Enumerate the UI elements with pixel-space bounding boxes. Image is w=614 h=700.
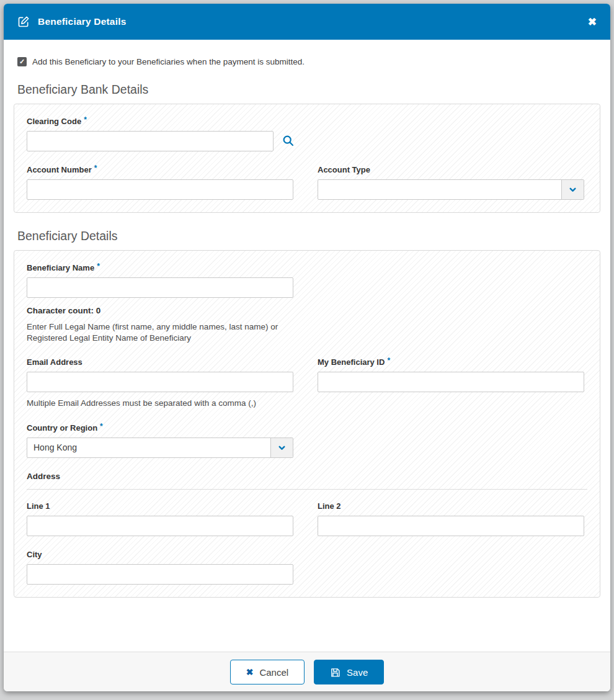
- beneficiary-name-field-wrap: [27, 277, 293, 298]
- beneficiary-details-heading: Beneficiary Details: [17, 229, 597, 243]
- edit-icon: [17, 16, 30, 28]
- city-label: City: [27, 550, 587, 559]
- address-heading: Address: [27, 472, 587, 481]
- clearing-code-input[interactable]: [27, 131, 274, 151]
- account-type-select[interactable]: [318, 179, 584, 200]
- address-line1-input[interactable]: [27, 516, 293, 536]
- modal-title: Beneficiary Details: [38, 16, 127, 27]
- country-or-region-label: Country or Region*: [27, 423, 587, 433]
- country-or-region-select[interactable]: Hong Kong: [27, 437, 293, 458]
- save-button-label: Save: [347, 667, 368, 678]
- add-beneficiary-checkbox-row: ✓ Add this Beneficiary to your Beneficia…: [17, 57, 597, 66]
- bank-details-heading: Beneficiary Bank Details: [17, 83, 597, 97]
- country-or-region-label-text: Country or Region: [27, 423, 97, 433]
- clearing-code-search-button[interactable]: [282, 134, 295, 149]
- address-line2-input[interactable]: [318, 516, 584, 536]
- required-marker: *: [84, 115, 87, 124]
- my-beneficiary-id-input[interactable]: [318, 372, 584, 392]
- beneficiary-name-label: Beneficiary Name*: [27, 263, 587, 272]
- clearing-code-field-row: [27, 131, 587, 151]
- cancel-x-icon: ✖: [246, 667, 254, 677]
- modal-footer: ✖ Cancel Save: [4, 652, 610, 691]
- account-type-group: Account Type: [318, 165, 584, 200]
- my-beneficiary-id-group: My Beneficiary ID*: [318, 357, 584, 409]
- account-number-label: Account Number*: [27, 165, 293, 174]
- beneficiary-name-help: Enter Full Legal Name (first name, any m…: [27, 321, 307, 344]
- character-count: Character count: 0: [27, 306, 587, 315]
- address-line2-group: Line 2: [318, 501, 584, 536]
- beneficiary-name-group: Beneficiary Name* Character count: 0 Ent…: [27, 263, 587, 344]
- cancel-button[interactable]: ✖ Cancel: [230, 660, 305, 684]
- beneficiary-details-modal: Beneficiary Details ✖ ✓ Add this Benefic…: [4, 4, 610, 691]
- bank-details-panel: Clearing Code* Account Nu: [14, 104, 600, 213]
- account-row: Account Number* Account Type: [27, 165, 587, 200]
- account-type-selected-value: [318, 180, 561, 199]
- account-number-input[interactable]: [27, 179, 293, 200]
- chevron-down-icon: [561, 180, 584, 199]
- country-or-region-group: Country or Region* Hong Kong: [27, 423, 587, 458]
- clearing-code-label-text: Clearing Code: [27, 117, 81, 126]
- my-beneficiary-id-label: My Beneficiary ID*: [318, 357, 584, 367]
- email-id-row: Email Address Multiple Email Addresses m…: [27, 357, 587, 409]
- address-line1-group: Line 1: [27, 501, 293, 536]
- clearing-code-label: Clearing Code*: [27, 117, 587, 126]
- address-divider: [27, 489, 587, 490]
- account-number-group: Account Number*: [27, 165, 293, 200]
- required-marker: *: [387, 356, 390, 365]
- modal-header: Beneficiary Details ✖: [4, 4, 610, 40]
- address-line1-label: Line 1: [27, 501, 293, 511]
- clearing-code-group: Clearing Code*: [27, 117, 587, 151]
- add-beneficiary-checkbox-label: Add this Beneficiary to your Beneficiari…: [32, 57, 305, 66]
- account-number-label-text: Account Number: [27, 165, 92, 174]
- city-input[interactable]: [27, 564, 293, 585]
- chevron-down-icon: [270, 438, 293, 457]
- email-address-group: Email Address Multiple Email Addresses m…: [27, 357, 293, 409]
- beneficiary-details-panel: Beneficiary Name* Character count: 0 Ent…: [14, 250, 600, 598]
- cancel-button-label: Cancel: [259, 667, 288, 678]
- country-selected-value: Hong Kong: [27, 438, 270, 457]
- email-address-label: Email Address: [27, 357, 293, 367]
- city-field-wrap: [27, 564, 293, 585]
- email-address-input[interactable]: [27, 372, 293, 392]
- close-icon[interactable]: ✖: [588, 17, 597, 27]
- account-type-label: Account Type: [318, 165, 584, 174]
- required-marker: *: [94, 164, 97, 173]
- address-lines-row: Line 1 Line 2: [27, 501, 587, 536]
- city-group: City: [27, 550, 587, 585]
- beneficiary-name-label-text: Beneficiary Name: [27, 263, 94, 272]
- my-beneficiary-id-label-text: My Beneficiary ID: [318, 357, 385, 367]
- modal-body: ✓ Add this Beneficiary to your Beneficia…: [4, 40, 610, 598]
- address-line2-label: Line 2: [318, 501, 584, 511]
- save-icon: [330, 667, 340, 678]
- save-button[interactable]: Save: [314, 660, 384, 684]
- required-marker: *: [100, 422, 103, 431]
- required-marker: *: [97, 262, 100, 271]
- beneficiary-name-input[interactable]: [27, 277, 293, 298]
- add-beneficiary-checkbox[interactable]: ✓: [17, 57, 27, 66]
- country-field-wrap: Hong Kong: [27, 437, 293, 458]
- search-icon: [282, 134, 295, 149]
- email-address-help: Multiple Email Addresses must be separat…: [27, 398, 293, 409]
